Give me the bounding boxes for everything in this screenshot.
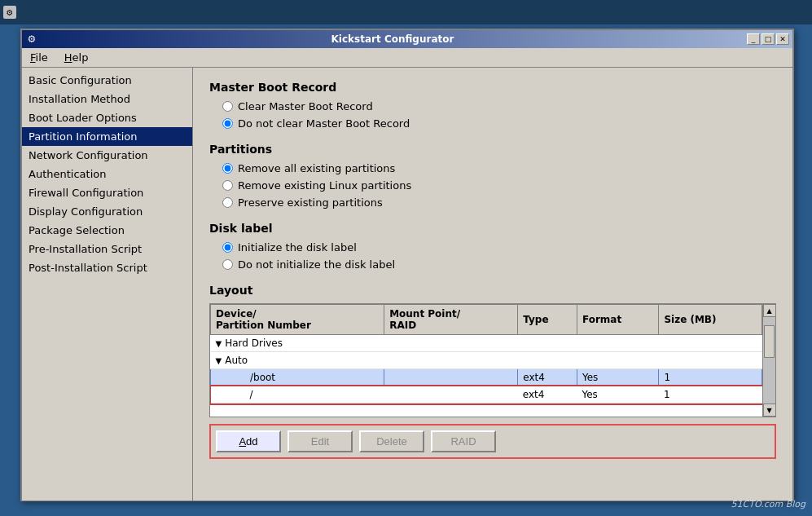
edit-button[interactable]: Edit: [287, 430, 353, 452]
partition-preserve[interactable]: Preserve existing partitions: [222, 196, 776, 209]
col-header-format: Format: [577, 305, 658, 335]
window-icon: ⚙: [25, 33, 38, 46]
main-panel: Master Boot Record Clear Master Boot Rec…: [193, 68, 792, 501]
window-title: Kickstart Configurator: [38, 33, 747, 45]
mbr-option-no-clear[interactable]: Do not clear Master Boot Record: [222, 117, 776, 130]
row-root-device: /: [211, 386, 384, 404]
watermark: 51CTO.com Blog: [731, 499, 805, 509]
sidebar: Basic Configuration Installation Method …: [22, 68, 193, 501]
sidebar-item-package-selection[interactable]: Package Selection: [22, 221, 192, 240]
tree-arrow-auto: ▼: [216, 356, 222, 365]
row-root-type: ext4: [518, 386, 577, 404]
table-row-root[interactable]: / ext4 Yes 1: [211, 386, 762, 404]
partition-remove-linux-label: Remove existing Linux partitions: [238, 179, 411, 192]
sidebar-item-basic-config[interactable]: Basic Configuration: [22, 71, 192, 90]
sidebar-item-network-configuration[interactable]: Network Configuration: [22, 146, 192, 165]
sidebar-item-firewall-configuration[interactable]: Firewall Configuration: [22, 183, 192, 202]
sidebar-item-post-installation-script[interactable]: Post-Installation Script: [22, 258, 192, 277]
sidebar-item-installation-method[interactable]: Installation Method: [22, 90, 192, 108]
col-header-mount: Mount Point/RAID: [384, 305, 518, 335]
disk-label-init-label: Initialize the disk label: [238, 241, 357, 254]
row-boot-type: ext4: [518, 369, 577, 386]
disk-label-init-radio[interactable]: [222, 242, 233, 253]
sidebar-item-boot-loader-options[interactable]: Boot Loader Options: [22, 108, 192, 127]
row-boot-device: /boot: [211, 369, 384, 386]
mbr-clear-label: Clear Master Boot Record: [238, 100, 373, 112]
maximize-button[interactable]: □: [762, 33, 775, 45]
mbr-no-clear-radio[interactable]: [222, 118, 233, 129]
table-scrollbar[interactable]: ▲ ▼: [762, 304, 775, 417]
close-button[interactable]: ✕: [776, 33, 789, 45]
scroll-track: [763, 317, 775, 404]
partition-remove-linux[interactable]: Remove existing Linux partitions: [222, 179, 776, 192]
row-boot-size: 1: [659, 369, 762, 386]
partition-remove-all[interactable]: Remove all existing partitions: [222, 162, 776, 174]
mbr-clear-radio[interactable]: [222, 101, 233, 112]
partition-preserve-radio[interactable]: [222, 197, 233, 208]
partition-preserve-label: Preserve existing partitions: [238, 196, 383, 209]
scroll-up-arrow[interactable]: ▲: [763, 304, 776, 317]
disk-label-no-init-radio[interactable]: [222, 259, 233, 270]
window-controls: _ □ ✕: [747, 33, 789, 45]
partitions-options: Remove all existing partitions Remove ex…: [209, 162, 776, 209]
add-button[interactable]: Add: [216, 430, 281, 452]
layout-section: Layout Device/Partition Number Mount Poi…: [209, 284, 776, 459]
sidebar-item-authentication[interactable]: Authentication: [22, 165, 192, 183]
col-header-device: Device/Partition Number: [211, 305, 384, 335]
col-header-type: Type: [518, 305, 577, 335]
button-bar: Add Edit Delete RAID: [209, 424, 776, 459]
mbr-title: Master Boot Record: [209, 81, 776, 94]
sidebar-item-pre-installation-script[interactable]: Pre-Installation Script: [22, 240, 192, 258]
table-row-boot[interactable]: /boot ext4 Yes 1: [211, 369, 762, 386]
partition-remove-all-radio[interactable]: [222, 163, 233, 174]
col-header-size: Size (MB): [659, 305, 762, 335]
row-boot-format: Yes: [577, 369, 658, 386]
sidebar-item-partition-information[interactable]: Partition Information: [22, 127, 192, 146]
partition-remove-linux-radio[interactable]: [222, 180, 233, 191]
menu-file[interactable]: File: [25, 50, 53, 65]
mbr-options: Clear Master Boot Record Do not clear Ma…: [209, 100, 776, 130]
scroll-thumb[interactable]: [764, 325, 775, 358]
disk-label-init[interactable]: Initialize the disk label: [222, 241, 776, 254]
mbr-no-clear-label: Do not clear Master Boot Record: [238, 117, 410, 130]
menu-help[interactable]: Help: [59, 50, 94, 65]
partitions-title: Partitions: [209, 143, 776, 156]
taskbar-icon[interactable]: ⚙: [3, 6, 16, 19]
mbr-option-clear[interactable]: Clear Master Boot Record: [222, 100, 776, 112]
minimize-button[interactable]: _: [747, 33, 760, 45]
layout-table: Device/Partition Number Mount Point/RAID…: [210, 304, 762, 404]
main-window: ⚙ Kickstart Configurator _ □ ✕ File Help…: [20, 29, 794, 501]
menubar: File Help: [22, 48, 792, 68]
disk-label-title: Disk label: [209, 222, 776, 235]
disk-label-no-init-label: Do not initialize the disk label: [238, 258, 395, 271]
layout-title: Layout: [209, 284, 776, 297]
row-root-mount: [384, 386, 518, 404]
tree-node-auto[interactable]: ▼Auto: [211, 352, 762, 369]
taskbar: ⚙: [0, 0, 812, 24]
row-root-format: Yes: [577, 386, 658, 404]
tree-node-hard-drives[interactable]: ▼Hard Drives: [211, 335, 762, 352]
scroll-down-arrow[interactable]: ▼: [763, 404, 776, 417]
disk-label-no-init[interactable]: Do not initialize the disk label: [222, 258, 776, 271]
content-area: Basic Configuration Installation Method …: [22, 68, 792, 501]
sidebar-item-display-configuration[interactable]: Display Configuration: [22, 202, 192, 221]
row-root-size: 1: [659, 386, 762, 404]
row-boot-mount: [384, 369, 518, 386]
title-bar: ⚙ Kickstart Configurator _ □ ✕: [22, 30, 792, 48]
raid-button[interactable]: RAID: [431, 430, 496, 452]
tree-arrow-hard-drives: ▼: [216, 339, 222, 348]
partition-remove-all-label: Remove all existing partitions: [238, 162, 395, 174]
delete-button[interactable]: Delete: [359, 430, 424, 452]
disk-label-options: Initialize the disk label Do not initial…: [209, 241, 776, 271]
